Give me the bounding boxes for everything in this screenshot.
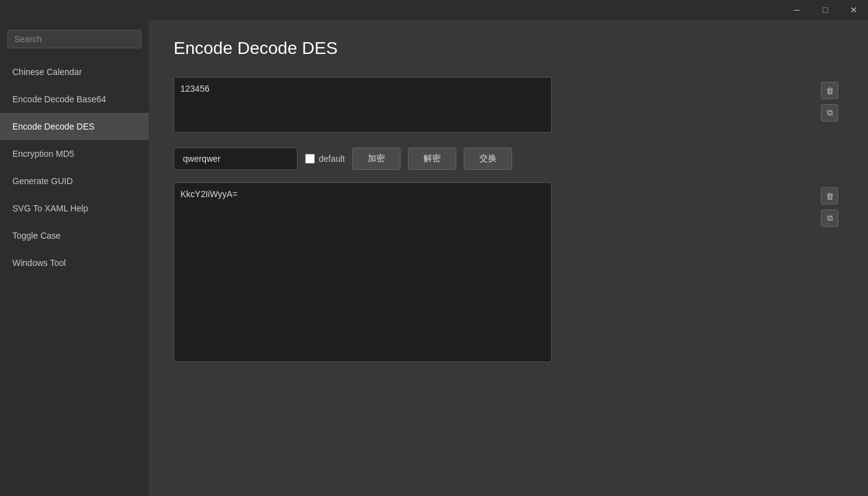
sidebar-item-encryption-md5[interactable]: Encryption MD5 [0, 140, 149, 167]
title-bar: ─ □ ✕ [0, 0, 868, 20]
app-container: Chinese Calendar Encode Decode Base64 En… [0, 20, 868, 496]
exchange-button[interactable]: 交换 [464, 148, 512, 170]
sidebar-item-generate-guid[interactable]: Generate GUID [0, 167, 149, 195]
minimize-button[interactable]: ─ [782, 0, 811, 20]
sidebar: Chinese Calendar Encode Decode Base64 En… [0, 20, 149, 496]
copy-icon: ⧉ [827, 108, 833, 118]
sidebar-item-toggle-case[interactable]: Toggle Case [0, 222, 149, 249]
maximize-button[interactable]: □ [811, 0, 839, 20]
output-trash-icon: 🗑 [826, 192, 834, 201]
decode-button[interactable]: 解密 [408, 148, 456, 170]
output-copy-button[interactable]: ⧉ [821, 210, 838, 227]
sidebar-item-svg-to-xaml[interactable]: SVG To XAML Help [0, 195, 149, 222]
trash-icon: 🗑 [826, 86, 834, 95]
close-button[interactable]: ✕ [839, 0, 868, 20]
sidebar-item-chinese-calendar[interactable]: Chinese Calendar [0, 58, 149, 86]
main-content: Encode Decode DES 🗑 ⧉ default 加密 解密 交换 [149, 20, 868, 496]
checkbox-label: default [319, 154, 345, 164]
controls-row: default 加密 解密 交换 [174, 148, 843, 170]
output-copy-icon: ⧉ [827, 213, 833, 223]
search-input[interactable] [7, 30, 141, 48]
input-delete-button[interactable]: 🗑 [821, 82, 838, 99]
encode-button[interactable]: 加密 [352, 148, 401, 170]
output-container: 🗑 ⧉ [174, 182, 843, 365]
key-input[interactable] [174, 148, 298, 170]
input-container: 🗑 ⧉ [174, 77, 843, 135]
checkbox-container: default [305, 154, 345, 164]
page-title: Encode Decode DES [174, 38, 843, 58]
sidebar-item-encode-decode-des[interactable]: Encode Decode DES [0, 113, 149, 140]
sidebar-item-encode-decode-base64[interactable]: Encode Decode Base64 [0, 86, 149, 113]
input-copy-button[interactable]: ⧉ [821, 104, 838, 122]
input-textarea[interactable] [174, 77, 552, 133]
output-delete-button[interactable]: 🗑 [821, 187, 838, 205]
default-checkbox[interactable] [305, 154, 315, 164]
search-container [0, 25, 149, 58]
output-textarea[interactable] [174, 182, 552, 362]
sidebar-item-windows-tool[interactable]: Windows Tool [0, 249, 149, 277]
